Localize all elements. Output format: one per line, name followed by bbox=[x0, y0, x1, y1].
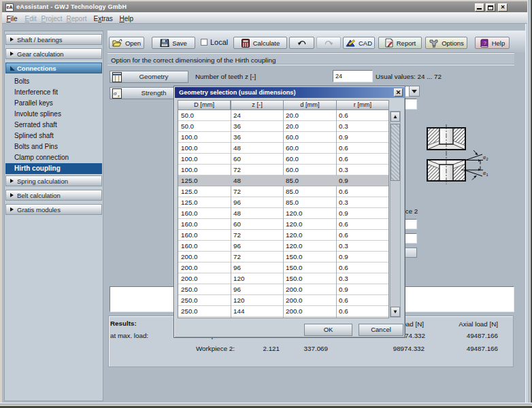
svg-text:1: 1 bbox=[486, 173, 488, 177]
svg-text:x: x bbox=[117, 94, 120, 98]
svg-text:σ: σ bbox=[114, 90, 117, 97]
svg-text:2: 2 bbox=[486, 157, 488, 161]
svg-text:?: ? bbox=[483, 40, 486, 46]
